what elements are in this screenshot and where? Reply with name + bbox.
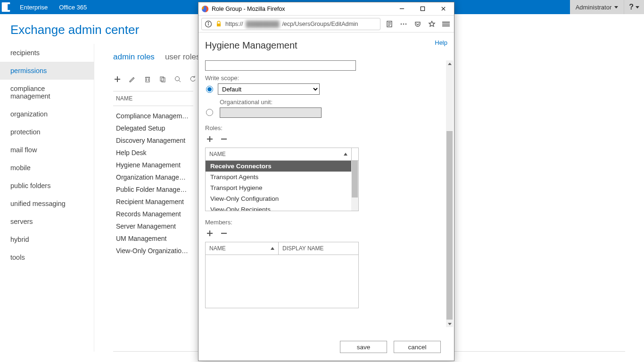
url-masked: ████████ (246, 21, 280, 27)
roles-row[interactable]: View-Only Configuration (206, 193, 358, 204)
ou-label: Organizational unit: (220, 99, 322, 106)
scope-default-radio[interactable] (206, 86, 213, 93)
sidebar: recipients permissions compliance manage… (0, 44, 94, 352)
bookmark-star-icon[interactable] (427, 19, 437, 29)
role-group-dialog: Role Group - Mozilla Firefox https:// ██… (198, 2, 454, 361)
sidebar-item-tools[interactable]: tools (0, 248, 94, 266)
list-item[interactable]: Records Management (113, 208, 193, 220)
sidebar-item-publicfolders[interactable]: public folders (0, 177, 94, 195)
roles-scrollbar[interactable] (351, 161, 358, 211)
sidebar-item-organization[interactable]: organization (0, 105, 94, 123)
roles-add-button[interactable] (205, 134, 215, 144)
svg-point-26 (403, 23, 405, 25)
tab-user-roles[interactable]: user roles (165, 52, 200, 62)
maximize-button[interactable] (413, 3, 431, 15)
sidebar-item-mailflow[interactable]: mail flow (0, 141, 94, 159)
refresh-button[interactable] (189, 75, 197, 83)
scroll-down-icon (448, 323, 452, 325)
ribbon-tab-office365[interactable]: Office 365 (53, 0, 92, 14)
roles-row[interactable]: Transport Agents (206, 172, 358, 182)
list-item[interactable]: Recipient Management (113, 196, 193, 208)
window-titlebar[interactable]: Role Group - Mozilla Firefox (198, 2, 454, 16)
sidebar-item-mobile[interactable]: mobile (0, 159, 94, 177)
user-menu[interactable]: Administrator (570, 0, 624, 14)
sidebar-item-unifiedmessaging[interactable]: unified messaging (0, 195, 94, 213)
new-button[interactable] (113, 75, 122, 83)
sidebar-item-recipients[interactable]: recipients (0, 44, 94, 62)
reader-mode-icon[interactable] (384, 19, 395, 29)
roles-label: Roles: (205, 124, 447, 132)
firefox-icon (201, 5, 209, 13)
list-item[interactable]: Server Management (113, 220, 193, 232)
list-item[interactable]: Discovery Management (113, 134, 193, 147)
help-link[interactable]: Help (435, 39, 447, 46)
sidebar-item-protection[interactable]: protection (0, 123, 94, 141)
ou-input[interactable] (220, 107, 322, 118)
list-item[interactable]: Delegated Setup (113, 122, 193, 134)
pocket-icon[interactable] (413, 19, 423, 29)
members-grid-body[interactable] (206, 255, 358, 308)
list-item[interactable]: Help Desk (113, 147, 193, 159)
sort-asc-icon (344, 153, 347, 156)
list-item[interactable]: Compliance Management (113, 110, 193, 122)
info-icon (205, 20, 212, 28)
svg-point-10 (175, 77, 180, 81)
roles-row[interactable]: View-Only Recipients (206, 204, 358, 211)
members-remove-button[interactable] (219, 229, 229, 238)
sidebar-item-compliance[interactable]: compliance management (0, 80, 94, 105)
app-launcher-icon[interactable] (0, 0, 14, 14)
description-input[interactable] (205, 60, 356, 71)
window-title: Role Group - Mozilla Firefox (212, 6, 390, 12)
url-suffix: /ecp/UsersGroups/EditAdmin (282, 21, 358, 27)
write-scope-label: Write scope: (205, 74, 447, 82)
close-button[interactable] (434, 3, 452, 15)
list-column-header[interactable]: NAME (113, 91, 193, 106)
roles-row[interactable]: Receive Connectors (206, 161, 358, 172)
list-item[interactable]: Public Folder Management (113, 183, 193, 196)
list-item[interactable]: Hygiene Management (113, 159, 193, 171)
svg-marker-28 (429, 21, 435, 26)
sidebar-item-servers[interactable]: servers (0, 213, 94, 230)
sidebar-item-hybrid[interactable]: hybrid (0, 230, 94, 248)
form-scrollbar[interactable] (446, 60, 453, 327)
minimize-button[interactable] (393, 3, 411, 15)
roles-grid: NAME Receive Connectors Transport Agents… (205, 148, 359, 211)
roles-remove-button[interactable] (219, 134, 229, 144)
sidebar-item-permissions[interactable]: permissions (0, 62, 94, 80)
user-menu-label: Administrator (576, 4, 612, 11)
list-item[interactable]: View-Only Organization Management (113, 245, 193, 257)
page-actions-icon[interactable] (398, 19, 409, 29)
members-add-button[interactable] (205, 229, 215, 238)
delete-button[interactable] (143, 75, 152, 83)
dialog-body: Help Hygiene Management Write scope: Def… (198, 33, 454, 338)
svg-point-25 (401, 23, 402, 25)
edit-button[interactable] (128, 75, 137, 83)
help-menu[interactable]: ? (624, 0, 644, 14)
svg-line-11 (179, 81, 181, 82)
cancel-button[interactable]: cancel (394, 341, 441, 353)
list-item[interactable]: Organization Management (113, 171, 193, 183)
lock-warning-icon (215, 20, 223, 28)
ribbon-tab-enterprise[interactable]: Enterprise (14, 0, 53, 14)
chevron-down-icon (636, 6, 639, 8)
tab-admin-roles[interactable]: admin roles (113, 52, 155, 62)
scope-ou-radio[interactable] (206, 109, 213, 116)
save-button[interactable]: save (340, 341, 387, 353)
svg-rect-20 (217, 24, 221, 26)
members-displayname-column[interactable]: DISPLAY NAME (279, 242, 358, 255)
help-icon: ? (629, 3, 634, 11)
members-name-column[interactable]: NAME (206, 242, 279, 255)
members-grid: NAME DISPLAY NAME (205, 242, 359, 308)
menu-hamburger-icon[interactable] (441, 19, 451, 29)
chevron-down-icon (614, 6, 618, 8)
svg-point-27 (405, 23, 407, 25)
roles-column-header[interactable]: NAME (206, 148, 351, 160)
list-item[interactable]: UM Management (113, 232, 193, 245)
svg-rect-1 (8, 4, 12, 10)
svg-point-19 (208, 22, 208, 23)
roles-row[interactable]: Transport Hygiene (206, 182, 358, 193)
scope-select[interactable]: Default (218, 83, 320, 95)
copy-button[interactable] (158, 75, 167, 83)
url-input[interactable]: https:// ████████ /ecp/UsersGroups/EditA… (201, 18, 380, 30)
search-button[interactable] (173, 75, 182, 83)
